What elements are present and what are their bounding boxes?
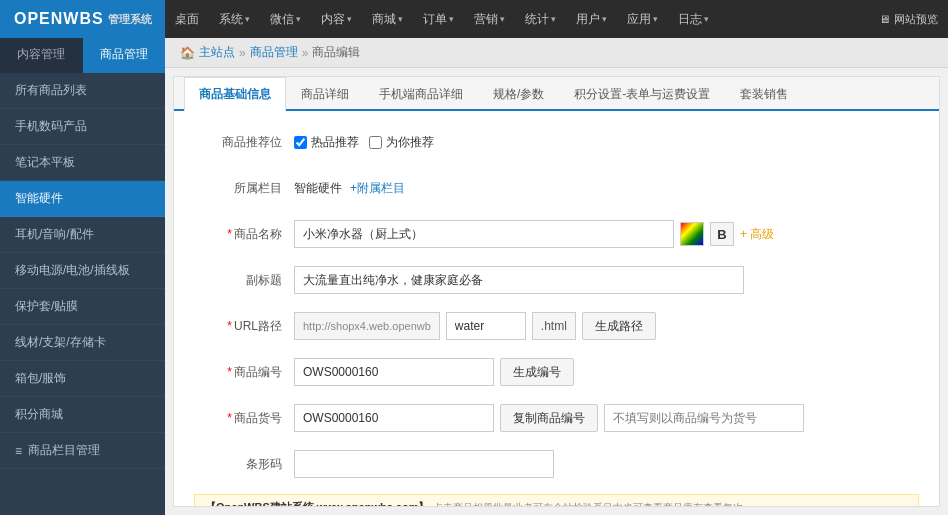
barcode-input[interactable] — [294, 450, 554, 478]
form-row-url: URL路径 http://shopx4.web.openwb .html 生成路… — [194, 310, 919, 342]
preview-label: 网站预览 — [894, 12, 938, 27]
main-layout: 内容管理 商品管理 所有商品列表 手机数码产品 笔记本平板 智能硬件 耳机/音响… — [0, 38, 948, 515]
sidebar-item-cables-storage[interactable]: 线材/支架/存储卡 — [0, 325, 165, 361]
form-row-subtitle: 副标题 — [194, 264, 919, 296]
category-add-button[interactable]: +附属栏目 — [350, 180, 405, 197]
tab-basic-info[interactable]: 商品基础信息 — [184, 77, 286, 111]
form-row-barcode: 条形码 — [194, 448, 919, 480]
sidebar-item-bags-fashion[interactable]: 箱包/服饰 — [0, 361, 165, 397]
form-area: 商品推荐位 热品推荐 为你推荐 所属栏目 — [174, 111, 939, 507]
logo-brand: OPENWBS — [14, 10, 104, 28]
sku-label: 商品货号 — [194, 410, 294, 427]
subtitle-label: 副标题 — [194, 272, 294, 289]
list-icon: ≡ — [15, 444, 22, 458]
sku-value: 复制商品编号 — [294, 404, 919, 432]
nav-content[interactable]: 内容▾ — [311, 0, 362, 38]
breadcrumb-products[interactable]: 商品管理 — [250, 44, 298, 61]
category-value: 智能硬件 +附属栏目 — [294, 180, 919, 197]
sidebar-item-category-management[interactable]: ≡ 商品栏目管理 — [0, 433, 165, 469]
nav-order[interactable]: 订单▾ — [413, 0, 464, 38]
url-slug-input[interactable] — [446, 312, 526, 340]
nav-stats[interactable]: 统计▾ — [515, 0, 566, 38]
sidebar-item-all-products[interactable]: 所有商品列表 — [0, 73, 165, 109]
copy-code-button[interactable]: 复制商品编号 — [500, 404, 598, 432]
nav-right: 🖥 网站预览 — [879, 12, 948, 27]
barcode-value — [294, 450, 919, 478]
nav-weixin[interactable]: 微信▾ — [260, 0, 311, 38]
sidebar-item-mobile-digital[interactable]: 手机数码产品 — [0, 109, 165, 145]
sku-placeholder-input[interactable] — [604, 404, 804, 432]
subtitle-value — [294, 266, 919, 294]
barcode-label: 条形码 — [194, 456, 294, 473]
name-value: B 高级 — [294, 220, 919, 248]
advanced-link[interactable]: 高级 — [740, 226, 774, 243]
nav-system[interactable]: 系统▾ — [209, 0, 260, 38]
main-content: 🏠 主站点 » 商品管理 » 商品编辑 商品基础信息 商品详细 手机端商品详细 … — [165, 38, 948, 515]
check-hot-recommend[interactable]: 热品推荐 — [294, 134, 359, 151]
breadcrumb-icon: 🏠 — [180, 46, 195, 60]
bold-button[interactable]: B — [710, 222, 734, 246]
name-label: 商品名称 — [194, 226, 294, 243]
tab-points-shipping[interactable]: 积分设置-表单与运费设置 — [559, 77, 725, 111]
url-prefix: http://shopx4.web.openwb — [294, 312, 440, 340]
notice-text: 【OpenWBS建站系统 www.openwbs.com】 — [205, 501, 430, 507]
sidebar-tab-products[interactable]: 商品管理 — [83, 38, 166, 73]
code-value: 生成编号 — [294, 358, 919, 386]
color-picker-button[interactable] — [680, 222, 704, 246]
category-text: 智能硬件 — [294, 180, 342, 197]
form-row-code: 商品编号 生成编号 — [194, 356, 919, 388]
recommend-value: 热品推荐 为你推荐 — [294, 134, 919, 151]
generate-url-button[interactable]: 生成路径 — [582, 312, 656, 340]
notice-detail: 点击商品相册批量业者可在全站检验系目中也可查看商品库存查看每次 — [433, 502, 743, 507]
category-label: 所属栏目 — [194, 180, 294, 197]
tab-detail[interactable]: 商品详细 — [286, 77, 364, 111]
nav-user[interactable]: 用户▾ — [566, 0, 617, 38]
checkbox-hot[interactable] — [294, 136, 307, 149]
sidebar-tab-content[interactable]: 内容管理 — [0, 38, 83, 73]
recommend-label: 商品推荐位 — [194, 134, 294, 151]
sku-input[interactable] — [294, 404, 494, 432]
checkbox-for-you[interactable] — [369, 136, 382, 149]
sidebar-item-power-battery[interactable]: 移动电源/电池/插线板 — [0, 253, 165, 289]
nav-app[interactable]: 应用▾ — [617, 0, 668, 38]
breadcrumb-sep2: » — [302, 46, 309, 60]
notice-bar: 【OpenWBS建站系统 www.openwbs.com】 点击商品相册批量业者… — [194, 494, 919, 507]
breadcrumb-current: 商品编辑 — [312, 44, 360, 61]
form-row-name: 商品名称 B 高级 — [194, 218, 919, 250]
url-label: URL路径 — [194, 318, 294, 335]
breadcrumb: 🏠 主站点 » 商品管理 » 商品编辑 — [165, 38, 948, 68]
nav-shop[interactable]: 商城▾ — [362, 0, 413, 38]
content-area: 商品基础信息 商品详细 手机端商品详细 规格/参数 积分设置-表单与运费设置 套… — [173, 76, 940, 507]
form-row-sku: 商品货号 复制商品编号 — [194, 402, 919, 434]
top-navigation: OPENWBS 管理系统 桌面 系统▾ 微信▾ 内容▾ 商城▾ 订单▾ 营销▾ … — [0, 0, 948, 38]
sidebar-item-headphones[interactable]: 耳机/音响/配件 — [0, 217, 165, 253]
nav-marketing[interactable]: 营销▾ — [464, 0, 515, 38]
nav-log[interactable]: 日志▾ — [668, 0, 719, 38]
sidebar-item-laptop-tablet[interactable]: 笔记本平板 — [0, 145, 165, 181]
sidebar: 内容管理 商品管理 所有商品列表 手机数码产品 笔记本平板 智能硬件 耳机/音响… — [0, 38, 165, 515]
sidebar-item-smart-hardware[interactable]: 智能硬件 — [0, 181, 165, 217]
logo: OPENWBS 管理系统 — [0, 0, 165, 38]
tab-specs[interactable]: 规格/参数 — [478, 77, 559, 111]
breadcrumb-sep1: » — [239, 46, 246, 60]
for-you-label: 为你推荐 — [386, 134, 434, 151]
tab-mobile-detail[interactable]: 手机端商品详细 — [364, 77, 478, 111]
generate-code-button[interactable]: 生成编号 — [500, 358, 574, 386]
check-for-you[interactable]: 为你推荐 — [369, 134, 434, 151]
hot-recommend-label: 热品推荐 — [311, 134, 359, 151]
monitor-icon: 🖥 — [879, 13, 890, 25]
preview-button[interactable]: 🖥 网站预览 — [879, 12, 938, 27]
subtitle-input[interactable] — [294, 266, 744, 294]
nav-desktop[interactable]: 桌面 — [165, 0, 209, 38]
name-input[interactable] — [294, 220, 674, 248]
code-label: 商品编号 — [194, 364, 294, 381]
form-row-recommend: 商品推荐位 热品推荐 为你推荐 — [194, 126, 919, 158]
sidebar-item-points-mall[interactable]: 积分商城 — [0, 397, 165, 433]
sidebar-tabs: 内容管理 商品管理 — [0, 38, 165, 73]
form-row-category: 所属栏目 智能硬件 +附属栏目 — [194, 172, 919, 204]
breadcrumb-home[interactable]: 主站点 — [199, 44, 235, 61]
url-value: http://shopx4.web.openwb .html 生成路径 — [294, 312, 919, 340]
sidebar-item-cases-films[interactable]: 保护套/贴膜 — [0, 289, 165, 325]
tab-bundle-sales[interactable]: 套装销售 — [725, 77, 803, 111]
code-input[interactable] — [294, 358, 494, 386]
